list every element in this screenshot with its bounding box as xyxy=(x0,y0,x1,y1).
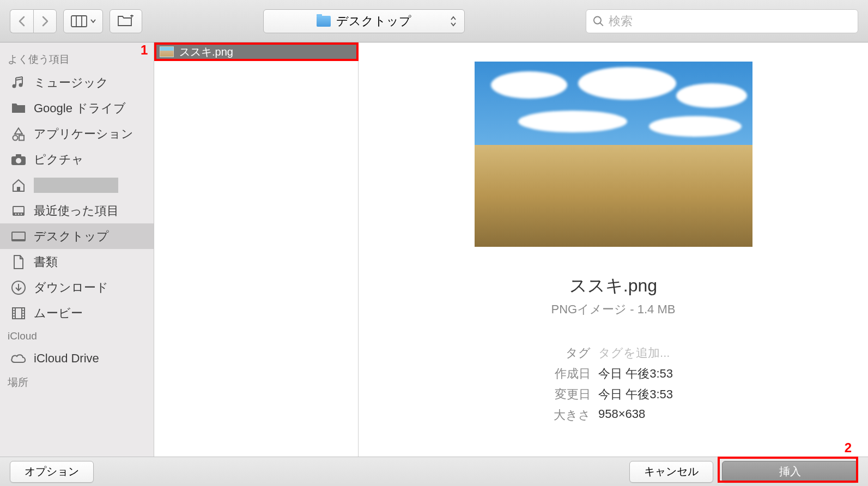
location-dropdown[interactable]: デスクトップ xyxy=(263,9,465,33)
sidebar-item-movie[interactable]: ムービー xyxy=(0,300,154,326)
columns-icon xyxy=(71,15,87,27)
meta-value[interactable]: タグを追加... xyxy=(598,345,673,361)
search-input[interactable] xyxy=(609,14,851,28)
sidebar-item-label: 書類 xyxy=(34,254,58,270)
sidebar-item-label: ダウンロード xyxy=(34,280,108,296)
updown-icon xyxy=(450,16,457,27)
main-area: よく使う項目ミュージックGoogle ドライブアプリケーションピクチャ最近使った… xyxy=(0,42,868,457)
svg-point-8 xyxy=(19,83,23,87)
music-icon xyxy=(10,74,27,92)
callout-1-label: 1 xyxy=(141,42,148,58)
apps-icon xyxy=(10,125,27,143)
home-icon xyxy=(10,177,27,194)
recent-icon xyxy=(10,202,27,220)
desktop-icon xyxy=(10,228,27,245)
new-folder-button[interactable] xyxy=(110,9,142,33)
folder-icon xyxy=(10,100,27,117)
sidebar-item-download[interactable]: ダウンロード xyxy=(0,275,154,300)
meta-label: タグ xyxy=(554,345,591,361)
svg-rect-14 xyxy=(17,187,20,191)
sidebar-item-label: デスクトップ xyxy=(34,228,109,245)
back-button[interactable] xyxy=(10,9,33,33)
svg-rect-10 xyxy=(19,135,24,140)
svg-point-9 xyxy=(13,135,18,140)
sidebar: よく使う項目ミュージックGoogle ドライブアプリケーションピクチャ最近使った… xyxy=(0,42,154,457)
svg-line-6 xyxy=(600,22,603,26)
svg-rect-21 xyxy=(13,233,25,239)
svg-point-7 xyxy=(13,84,16,88)
svg-point-5 xyxy=(594,16,601,23)
sidebar-item-document[interactable]: 書類 xyxy=(0,249,154,275)
preview-subtitle: PNGイメージ - 1.4 MB xyxy=(551,301,676,318)
sidebar-item-label: ミュージック xyxy=(34,75,108,91)
movie-icon xyxy=(10,305,27,322)
svg-point-17 xyxy=(15,213,17,215)
sidebar-section-header: iCloud xyxy=(0,326,154,345)
meta-value: 958×638 xyxy=(598,407,673,423)
sidebar-item-music[interactable]: ミュージック xyxy=(0,70,154,95)
sidebar-item-label: アプリケーション xyxy=(34,126,133,142)
meta-label: 変更日 xyxy=(554,386,591,403)
insert-button[interactable]: 挿入 xyxy=(722,461,858,483)
meta-value: 今日 午後3:53 xyxy=(598,366,673,382)
sidebar-item-label: ピクチャ xyxy=(34,151,84,168)
chevron-right-icon xyxy=(41,16,49,27)
sidebar-section-header: よく使う項目 xyxy=(0,48,154,70)
sidebar-item-home[interactable] xyxy=(0,172,154,198)
cloud-icon xyxy=(10,350,27,367)
file-thumbnail-icon xyxy=(160,46,174,57)
sidebar-item-label: iCloud Drive xyxy=(34,351,99,366)
file-name: ススキ.png xyxy=(179,45,233,59)
cancel-button[interactable]: キャンセル xyxy=(629,461,713,483)
preview-title: ススキ.png xyxy=(569,274,657,298)
bottom-bar: オプション キャンセル 挿入 xyxy=(0,457,868,486)
view-mode-button[interactable] xyxy=(63,9,103,33)
download-icon xyxy=(10,279,27,296)
search-icon xyxy=(593,15,604,27)
toolbar: デスクトップ xyxy=(0,0,868,42)
file-row[interactable]: ススキ.png xyxy=(154,42,358,61)
sidebar-item-recent[interactable]: 最近使った項目 xyxy=(0,198,154,223)
svg-point-13 xyxy=(16,158,21,163)
sidebar-item-label: ムービー xyxy=(34,305,83,321)
options-button[interactable]: オプション xyxy=(10,461,94,483)
preview-panel: ススキ.png PNGイメージ - 1.4 MB タグタグを追加...作成日今日… xyxy=(359,42,868,457)
svg-rect-16 xyxy=(14,207,23,212)
svg-point-19 xyxy=(21,213,22,215)
camera-icon xyxy=(10,151,27,168)
callout-2-label: 2 xyxy=(845,440,852,455)
folder-plus-icon xyxy=(117,15,135,28)
preview-meta: タグタグを追加...作成日今日 午後3:53変更日今日 午後3:53大きさ958… xyxy=(554,345,673,423)
sidebar-item-apps[interactable]: アプリケーション xyxy=(0,121,154,147)
sidebar-item-camera[interactable]: ピクチャ xyxy=(0,147,154,172)
chevron-left-icon xyxy=(18,16,26,27)
file-list: ススキ.png xyxy=(154,42,359,457)
svg-rect-12 xyxy=(16,154,21,157)
search-box[interactable] xyxy=(586,9,858,33)
sidebar-item-folder[interactable]: Google ドライブ xyxy=(0,95,154,121)
document-icon xyxy=(10,253,27,271)
sidebar-item-desktop[interactable]: デスクトップ xyxy=(0,223,154,249)
forward-button[interactable] xyxy=(33,9,57,33)
sidebar-item-label: 最近使った項目 xyxy=(34,203,119,219)
meta-value: 今日 午後3:53 xyxy=(598,386,673,403)
svg-point-18 xyxy=(18,213,20,215)
sidebar-item-label: Google ドライブ xyxy=(34,100,126,117)
sidebar-item-cloud[interactable]: iCloud Drive xyxy=(0,345,154,371)
meta-label: 作成日 xyxy=(554,366,591,382)
meta-label: 大きさ xyxy=(554,407,591,423)
redacted-label xyxy=(34,178,118,193)
chevron-down-icon xyxy=(90,19,96,23)
nav-buttons xyxy=(10,9,57,33)
svg-rect-0 xyxy=(71,16,87,27)
folder-icon xyxy=(317,16,331,27)
preview-thumbnail xyxy=(475,62,752,247)
sidebar-section-header: 場所 xyxy=(0,371,154,393)
location-label: デスクトップ xyxy=(336,13,411,29)
